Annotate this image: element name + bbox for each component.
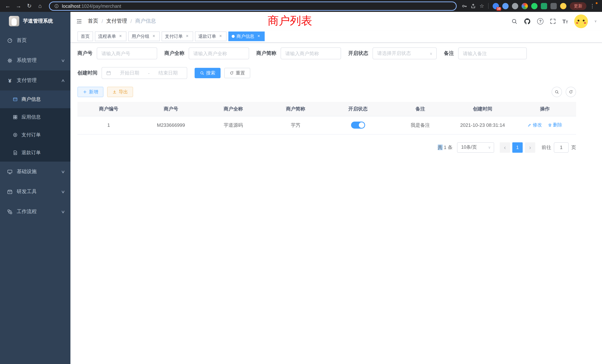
font-size-icon[interactable]: TT [562, 18, 568, 24]
tab-pay-order[interactable]: 支付订单× [162, 32, 193, 41]
tab-home[interactable]: 首页 [77, 32, 93, 41]
extensions-puzzle-icon[interactable] [550, 3, 557, 9]
col-header: 操作 [514, 102, 576, 116]
toggle-search-button[interactable] [552, 87, 562, 97]
extension-icon-2[interactable] [502, 3, 509, 9]
extension-icon-4[interactable] [522, 3, 528, 9]
active-tab-dot [232, 35, 235, 38]
close-icon[interactable]: × [218, 34, 223, 39]
status-select[interactable]: 请选择开启状态 ∨ [372, 47, 437, 59]
close-icon[interactable]: × [185, 34, 190, 39]
sidebar-item-merchant-info[interactable]: 商户信息 [0, 90, 70, 108]
goto-label: 前往 [542, 144, 551, 151]
chrome-update-button[interactable]: 更新 [570, 2, 586, 10]
add-button[interactable]: 新增 [77, 87, 103, 97]
search-icon[interactable] [511, 18, 517, 24]
chevron-down-icon: ∨ [430, 51, 432, 55]
refresh-table-button[interactable] [566, 87, 576, 97]
sidebar-item-infrastructure[interactable]: 基础设施 ∨ [0, 162, 70, 182]
app-frame: 芋道管理系统 首页 系统管理 ∨ ¥ 支付管理 ∧ [0, 12, 602, 364]
short-name-input[interactable] [280, 47, 341, 59]
edit-link[interactable]: 修改 [527, 122, 542, 128]
field-label: 商户全称 [164, 50, 184, 57]
page-size-select[interactable]: 10条/页 ∨ [457, 142, 494, 152]
browser-chrome: ← → ↻ ⌂ localhost:1024/pay/merchant ☆ 10… [0, 0, 602, 12]
browser-forward-icon[interactable]: → [14, 0, 23, 12]
tab-user-group[interactable]: 用户分组× [128, 32, 160, 41]
close-icon[interactable]: × [256, 34, 261, 39]
sidebar-item-home[interactable]: 首页 [0, 30, 70, 50]
browser-home-icon[interactable]: ⌂ [36, 0, 44, 12]
user-avatar[interactable] [574, 14, 588, 28]
plus-icon [83, 90, 87, 94]
col-header: 商户号 [140, 102, 202, 116]
merchant-no-input[interactable] [97, 47, 157, 59]
sidebar-item-pay-order[interactable]: 支付订单 [0, 126, 70, 144]
help-icon[interactable]: ? [537, 18, 543, 24]
logo-avatar [9, 16, 19, 26]
browser-menu-icon[interactable]: ⋮ [590, 3, 595, 9]
fullscreen-icon[interactable] [550, 18, 556, 24]
delete-link[interactable]: 删除 [548, 122, 562, 128]
sidebar-item-workflow[interactable]: 工作流程 ∨ [0, 202, 70, 222]
extension-icon-1[interactable]: 10 [493, 3, 499, 9]
close-icon[interactable]: × [118, 34, 123, 39]
goto-page-input[interactable] [554, 142, 569, 152]
sidebar-item-payment[interactable]: ¥ 支付管理 ∧ [0, 70, 70, 90]
status-toggle[interactable] [351, 122, 365, 129]
address-bar[interactable]: localhost:1024/pay/merchant [49, 1, 457, 11]
bookmark-star-icon[interactable]: ☆ [480, 3, 484, 9]
tab-process-form[interactable]: 流程表单× [95, 32, 126, 41]
site-info-icon[interactable] [54, 3, 59, 8]
browser-back-icon[interactable]: ← [4, 0, 12, 12]
extension-icon-5[interactable] [531, 3, 538, 9]
tab-merchant-info[interactable]: 商户信息× [228, 32, 265, 41]
page-number-1[interactable]: 1 [512, 142, 523, 152]
col-header: 备注 [389, 102, 451, 116]
extension-icon-3[interactable] [512, 3, 518, 9]
page-unit-label: 页 [571, 144, 576, 151]
prev-page-button[interactable]: ‹ [500, 142, 510, 152]
tab-label: 商户信息 [236, 33, 254, 40]
close-icon[interactable]: × [151, 34, 156, 39]
share-icon[interactable] [471, 3, 476, 9]
sidebar-item-dev-tools[interactable]: 研发工具 ∨ [0, 182, 70, 202]
remark-input[interactable] [458, 47, 527, 59]
github-icon[interactable] [524, 18, 531, 25]
refresh-icon [229, 71, 234, 75]
avatar-caret-down-icon[interactable]: ∨ [594, 19, 597, 23]
date-separator: - [148, 70, 150, 76]
sidebar-item-app-info[interactable]: 应用信息 [0, 108, 70, 126]
button-label: 重置 [236, 70, 245, 76]
sidebar-item-system[interactable]: 系统管理 ∨ [0, 50, 70, 70]
export-button[interactable]: 导出 [107, 87, 133, 97]
field-label: 创建时间 [77, 70, 97, 76]
sidebar-item-refund-order[interactable]: 退款订单 [0, 144, 70, 162]
extension-badge: 10 [496, 7, 501, 11]
filter-create-time: 创建时间 开始日期 - 结束日期 [77, 67, 187, 79]
search-button[interactable]: 搜索 [195, 68, 221, 78]
button-label: 新增 [89, 89, 98, 95]
hamburger-icon[interactable] [70, 12, 88, 30]
cell-id: 1 [77, 116, 140, 134]
tab-refund-order[interactable]: 退款订单× [195, 32, 226, 41]
breadcrumb-section[interactable]: 支付管理 [106, 18, 127, 24]
app-logo[interactable]: 芋道管理系统 [0, 12, 70, 30]
password-key-icon[interactable] [462, 3, 467, 9]
browser-reload-icon[interactable]: ↻ [25, 0, 33, 12]
reset-button[interactable]: 重置 [224, 68, 250, 78]
select-placeholder: 请选择开启状态 [377, 50, 411, 57]
field-label: 商户号 [77, 50, 93, 57]
extension-icon-6[interactable] [541, 3, 547, 9]
breadcrumb-home[interactable]: 首页 [88, 18, 98, 24]
full-name-input[interactable] [189, 47, 249, 59]
logo-title: 芋道管理系统 [23, 18, 53, 24]
date-range-picker[interactable]: 开始日期 - 结束日期 [102, 67, 187, 79]
profile-avatar-icon[interactable] [560, 3, 566, 9]
next-page-button[interactable]: › [525, 142, 535, 152]
main-area: 首页 / 支付管理 / 商户信息 ? TT ∨ 首页 [70, 12, 602, 364]
button-label: 导出 [119, 89, 128, 95]
cell-actions: 修改 删除 [514, 116, 576, 134]
chevron-down-icon: ∨ [61, 189, 65, 194]
breadcrumb-separator: / [102, 18, 103, 24]
